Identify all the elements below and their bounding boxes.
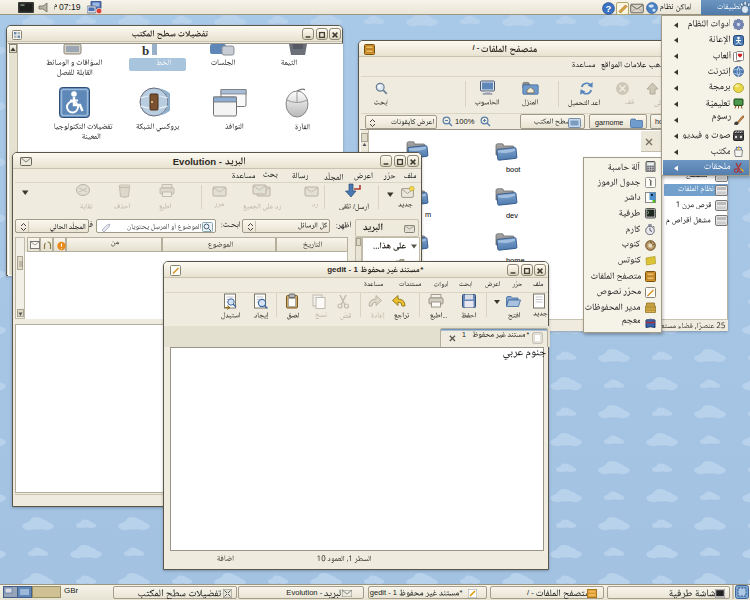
svg-text:b: b [142,44,149,56]
svg-text:?: ? [606,3,612,14]
